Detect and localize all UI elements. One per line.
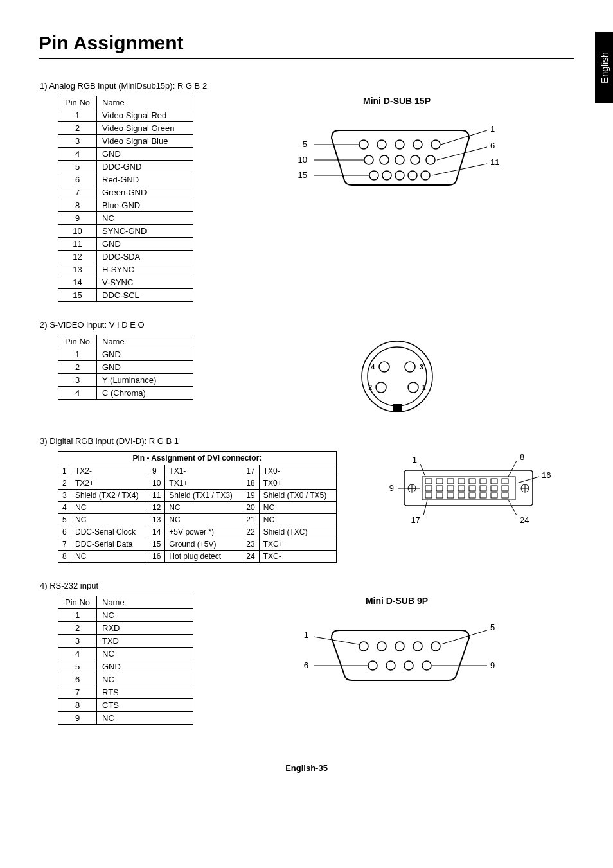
svg-point-14	[421, 171, 430, 180]
svg-point-84	[395, 642, 404, 651]
pin-cell: 20	[242, 502, 259, 514]
svg-point-85	[413, 642, 422, 651]
name-cell: TXC+	[259, 538, 336, 551]
name-cell: Ground (+5V)	[165, 538, 242, 551]
table-row: 8CTS	[58, 699, 193, 712]
svg-rect-46	[425, 479, 432, 484]
pin-cell: 14	[148, 526, 165, 538]
name-cell: CTS	[97, 699, 193, 712]
name-cell: Video Signal Blue	[97, 135, 193, 148]
table-row: 4GND	[58, 148, 193, 161]
svg-text:5: 5	[302, 139, 306, 149]
name-cell: Green-GND	[97, 186, 193, 199]
svg-point-27	[362, 341, 432, 412]
name-cell: Shield (TX0 / TX5)	[259, 490, 336, 502]
name-cell: Red-GND	[97, 173, 193, 186]
pin-cell: 10	[58, 225, 97, 238]
svg-rect-60	[491, 486, 497, 491]
svg-line-91	[314, 637, 359, 644]
svg-rect-68	[491, 493, 497, 498]
svg-text:15: 15	[298, 170, 306, 180]
section-dvi: 3) Digital RGB input (DVI-D): R G B 1 Pi…	[39, 436, 574, 563]
name-cell: NC	[97, 673, 193, 686]
pin-cell: 4	[58, 148, 97, 161]
table-row: 7RTS	[58, 686, 193, 699]
name-cell: RTS	[97, 686, 193, 699]
table-row: 15DDC-SCL	[58, 289, 193, 302]
name-cell: DDC-Serial Clock	[71, 526, 148, 538]
table-header-name: Name	[97, 335, 193, 348]
pin-cell: 12	[58, 251, 97, 263]
name-cell: NC	[165, 514, 242, 526]
table-row: 12DDC-SDA	[58, 251, 193, 263]
pin-cell: 4	[58, 502, 71, 514]
svg-point-32	[376, 382, 386, 393]
name-cell: NC	[97, 212, 193, 225]
name-cell: GND	[97, 348, 193, 361]
svg-point-90	[422, 661, 431, 670]
name-cell: TX1+	[165, 477, 242, 490]
svg-rect-52	[491, 479, 497, 484]
table-row: 8NC16Hot plug detect24TXC-	[58, 551, 337, 563]
pin-cell: 6	[58, 673, 97, 686]
svg-rect-67	[480, 493, 486, 498]
name-cell: H-SYNC	[97, 263, 193, 276]
svg-text:5: 5	[490, 623, 495, 632]
svg-line-93	[441, 630, 487, 644]
pin-cell: 9	[148, 465, 165, 477]
pin-cell: 9	[58, 712, 97, 725]
pin-cell: 16	[148, 551, 165, 563]
name-cell: TX0-	[259, 465, 336, 477]
svg-line-74	[423, 500, 427, 515]
svg-rect-50	[469, 479, 475, 484]
table-row: 6DDC-Serial Clock14+5V power *)22Shield …	[58, 526, 337, 538]
name-cell: TX0+	[259, 477, 336, 490]
table-row: 9NC	[58, 712, 193, 725]
svg-text:1: 1	[490, 124, 495, 134]
name-cell: NC	[71, 551, 148, 563]
name-cell: GND	[97, 361, 193, 374]
name-cell: V-SYNC	[97, 276, 193, 289]
pin-cell: 11	[148, 490, 165, 502]
name-cell: +5V power *)	[165, 526, 242, 538]
table-header-name: Name	[97, 96, 193, 109]
pin-cell: 4	[58, 648, 97, 660]
svg-rect-64	[447, 493, 454, 498]
table-row: 2RXD	[58, 622, 193, 635]
svg-rect-65	[458, 493, 465, 498]
table-row: 9NC	[58, 212, 193, 225]
pin-cell: 4	[58, 387, 97, 400]
section3-label: 3) Digital RGB input (DVI-D): R G B 1	[40, 436, 574, 446]
name-cell: NC	[97, 712, 193, 725]
svg-point-87	[368, 661, 377, 670]
name-cell: Y (Luminance)	[97, 374, 193, 387]
pin-cell: 2	[58, 361, 97, 374]
pin-cell: 1	[58, 609, 97, 622]
pin-cell: 1	[58, 109, 97, 122]
table-row: 3Video Signal Blue	[58, 135, 193, 148]
page-footer: English-35	[39, 763, 574, 773]
svg-text:3: 3	[420, 364, 423, 371]
svg-point-12	[395, 171, 404, 180]
svg-text:24: 24	[520, 515, 529, 525]
pin-cell: 10	[148, 477, 165, 490]
svg-point-2	[395, 140, 404, 149]
pin-cell: 2	[58, 122, 97, 135]
svg-point-0	[359, 140, 368, 149]
svg-rect-62	[425, 493, 432, 498]
dsub15-diagram: Mini D-SUB 15P	[219, 96, 574, 208]
svg-rect-63	[436, 493, 443, 498]
name-cell: Video Signal Red	[97, 109, 193, 122]
name-cell: Video Signal Green	[97, 122, 193, 135]
table-row: 1NC	[58, 609, 193, 622]
dsub9-diagram: Mini D-SUB 9P	[219, 596, 574, 695]
name-cell: NC	[97, 648, 193, 660]
svg-line-19	[437, 147, 487, 160]
svg-point-9	[426, 155, 435, 164]
svg-rect-47	[436, 479, 443, 484]
dvi-diagram: 1 8 9 16 17 24	[362, 451, 574, 528]
name-cell: Shield (TX2 / TX4)	[71, 490, 148, 502]
pin-cell: 3	[58, 635, 97, 648]
svg-rect-57	[458, 486, 465, 491]
pin-cell: 5	[58, 514, 71, 526]
